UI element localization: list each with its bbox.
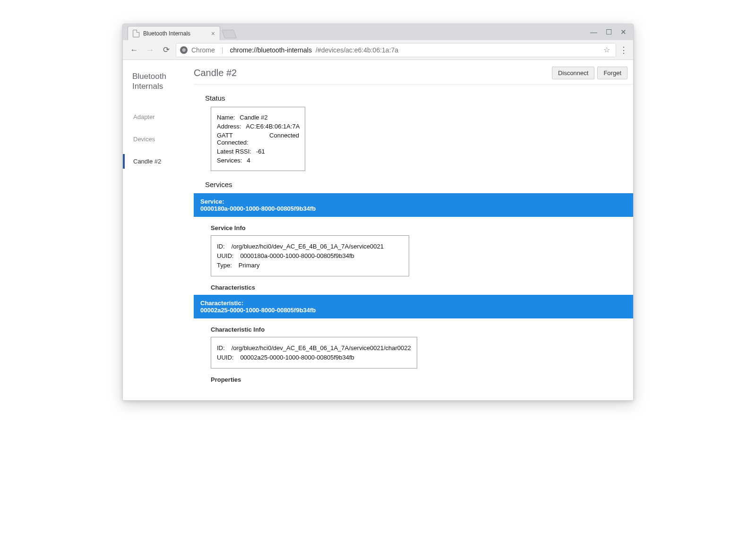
- service-bar-label: Service:: [200, 198, 627, 205]
- char-id-value: /org/bluez/hci0/dev_AC_E6_4B_06_1A_7A/se…: [232, 344, 411, 351]
- service-bar-uuid: 0000180a-0000-1000-8000-00805f9b34fb: [200, 205, 627, 212]
- characteristic-bar-label: Characteristic:: [200, 300, 627, 307]
- forget-button[interactable]: Forget: [597, 67, 627, 79]
- service-id-label: ID:: [217, 243, 225, 250]
- status-gatt-value: Connected: [269, 132, 299, 146]
- url-path: /#devices/ac:e6:4b:06:1a:7a: [316, 46, 398, 54]
- status-rssi-value: -61: [256, 148, 265, 155]
- characteristic-bar-uuid: 00002a25-0000-1000-8000-00805f9b34fb: [200, 307, 627, 314]
- bookmark-star-icon[interactable]: ☆: [601, 45, 612, 54]
- sidebar-item-label: Devices: [133, 136, 155, 143]
- sidebar-item-candle2[interactable]: Candle #2: [132, 154, 194, 169]
- sidebar: Bluetooth Internals Adapter Devices Cand…: [123, 60, 194, 400]
- status-section-title: Status: [194, 94, 633, 102]
- char-uuid-value: 00002a25-0000-1000-8000-00805f9b34fb: [240, 354, 354, 361]
- status-address-value: AC:E6:4B:06:1A:7A: [246, 123, 300, 130]
- status-box: Name:Candle #2 Address:AC:E6:4B:06:1A:7A…: [211, 107, 305, 171]
- status-rssi-label: Latest RSSI:: [217, 148, 251, 155]
- status-address-label: Address:: [217, 123, 241, 130]
- page-content: Bluetooth Internals Adapter Devices Cand…: [123, 60, 633, 400]
- status-name-value: Candle #2: [240, 114, 267, 121]
- characteristic-header-bar[interactable]: Characteristic: 00002a25-0000-1000-8000-…: [194, 295, 633, 318]
- main-panel: Candle #2 Disconnect Forget Status Name:…: [194, 60, 633, 400]
- window-controls: — ☐ ✕: [590, 28, 633, 36]
- site-info-icon[interactable]: ⊕: [180, 46, 188, 54]
- maximize-icon[interactable]: ☐: [606, 28, 612, 36]
- brand-line2: Internals: [132, 82, 163, 91]
- url-separator: |: [219, 46, 226, 54]
- services-section-title: Services: [194, 180, 633, 189]
- url-protocol: Chrome: [191, 46, 215, 54]
- browser-tab[interactable]: Bluetooth Internals ×: [128, 26, 220, 40]
- service-type-value: Primary: [239, 262, 260, 269]
- tab-strip: Bluetooth Internals × — ☐ ✕: [123, 24, 633, 40]
- header-row: Candle #2 Disconnect Forget: [194, 67, 633, 85]
- browser-window: Bluetooth Internals × — ☐ ✕ ← → ⟳ ⊕ Chro…: [122, 24, 634, 401]
- service-info-title: Service Info: [194, 224, 633, 231]
- chrome-menu-icon[interactable]: ⋮: [619, 45, 628, 55]
- address-bar[interactable]: ⊕ Chrome | chrome://bluetooth-internals/…: [176, 43, 616, 57]
- tab-title: Bluetooth Internals: [143, 30, 190, 37]
- status-services-value: 4: [247, 157, 250, 164]
- url-host: chrome://bluetooth-internals: [230, 46, 312, 54]
- page-icon: [133, 30, 139, 37]
- service-type-label: Type:: [217, 262, 232, 269]
- disconnect-button[interactable]: Disconnect: [552, 67, 594, 79]
- back-button[interactable]: ←: [128, 43, 141, 57]
- status-gatt-label: GATT Connected:: [217, 132, 265, 146]
- reload-button[interactable]: ⟳: [160, 43, 173, 57]
- status-name-label: Name:: [217, 114, 235, 121]
- sidebar-item-label: Candle #2: [133, 158, 161, 165]
- brand-title: Bluetooth Internals: [132, 71, 194, 92]
- page-title: Candle #2: [194, 68, 237, 78]
- sidebar-item-label: Adapter: [133, 113, 155, 120]
- characteristic-info-title: Characteristic Info: [194, 326, 633, 333]
- sidebar-item-adapter[interactable]: Adapter: [132, 110, 194, 124]
- new-tab-button[interactable]: [222, 30, 237, 38]
- status-services-label: Services:: [217, 157, 242, 164]
- brand-line1: Bluetooth: [132, 72, 166, 81]
- characteristic-info-box: ID:/org/bluez/hci0/dev_AC_E6_4B_06_1A_7A…: [211, 337, 417, 369]
- forward-button[interactable]: →: [144, 43, 157, 57]
- char-uuid-label: UUID:: [217, 354, 233, 361]
- char-id-label: ID:: [217, 344, 225, 351]
- minimize-icon[interactable]: —: [590, 28, 597, 36]
- characteristics-title: Characteristics: [194, 284, 633, 291]
- sidebar-item-devices[interactable]: Devices: [132, 132, 194, 146]
- properties-title: Properties: [194, 376, 633, 383]
- service-uuid-value: 0000180a-0000-1000-8000-00805f9b34fb: [240, 252, 354, 259]
- browser-toolbar: ← → ⟳ ⊕ Chrome | chrome://bluetooth-inte…: [123, 40, 633, 60]
- service-info-box: ID:/org/bluez/hci0/dev_AC_E6_4B_06_1A_7A…: [211, 235, 409, 276]
- service-uuid-label: UUID:: [217, 252, 233, 259]
- service-header-bar[interactable]: Service: 0000180a-0000-1000-8000-00805f9…: [194, 193, 633, 217]
- close-tab-icon[interactable]: ×: [207, 30, 215, 37]
- close-window-icon[interactable]: ✕: [620, 28, 627, 36]
- service-id-value: /org/bluez/hci0/dev_AC_E6_4B_06_1A_7A/se…: [232, 243, 384, 250]
